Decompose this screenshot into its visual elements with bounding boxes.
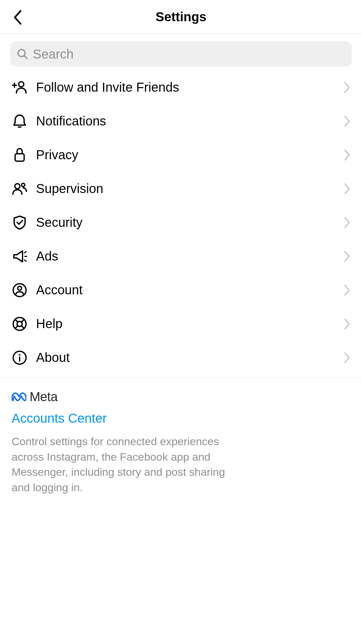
- row-supervision[interactable]: Supervision: [12, 172, 350, 206]
- page-title: Settings: [156, 10, 207, 24]
- row-ads[interactable]: Ads: [12, 239, 350, 273]
- row-label: Notifications: [36, 114, 344, 128]
- row-notifications[interactable]: Notifications: [12, 104, 350, 138]
- back-button[interactable]: [8, 8, 27, 27]
- shield-check-icon: [12, 215, 36, 231]
- meta-logo-icon: [12, 392, 26, 402]
- meta-brand: Meta: [12, 390, 350, 404]
- chevron-right-icon: [344, 284, 350, 296]
- row-label: Follow and Invite Friends: [36, 80, 344, 95]
- search-container: [0, 34, 362, 70]
- svg-line-9: [24, 252, 26, 253]
- svg-point-21: [19, 354, 21, 355]
- search-field[interactable]: [10, 41, 352, 67]
- svg-line-11: [24, 260, 26, 261]
- row-label: Supervision: [36, 181, 344, 196]
- row-about[interactable]: About: [12, 341, 350, 374]
- svg-point-8: [22, 183, 25, 187]
- megaphone-icon: [12, 248, 36, 264]
- chevron-right-icon: [344, 82, 350, 93]
- svg-line-1: [24, 56, 27, 59]
- svg-line-17: [22, 319, 24, 322]
- info-icon: [12, 350, 36, 366]
- row-privacy[interactable]: Privacy: [12, 138, 350, 172]
- row-label: Security: [36, 215, 344, 230]
- row-label: About: [36, 350, 344, 365]
- chevron-right-icon: [344, 352, 350, 363]
- chevron-right-icon: [344, 115, 350, 127]
- footer: Meta Accounts Center Control settings fo…: [0, 378, 362, 508]
- lifebuoy-icon: [12, 316, 36, 332]
- accounts-center-link[interactable]: Accounts Center: [12, 411, 350, 426]
- chevron-right-icon: [344, 183, 350, 195]
- add-user-icon: [12, 79, 36, 96]
- row-account[interactable]: Account: [12, 273, 350, 307]
- row-follow-invite[interactable]: Follow and Invite Friends: [12, 70, 350, 104]
- row-help[interactable]: Help: [12, 307, 350, 341]
- svg-line-16: [15, 319, 18, 322]
- header: Settings: [0, 0, 362, 34]
- row-label: Account: [36, 283, 344, 297]
- row-label: Ads: [36, 249, 344, 263]
- svg-line-18: [22, 326, 24, 329]
- people-icon: [12, 181, 36, 197]
- user-circle-icon: [12, 282, 36, 298]
- chevron-right-icon: [344, 251, 350, 262]
- accounts-center-description: Control settings for connected experienc…: [12, 434, 237, 495]
- bell-icon: [12, 113, 36, 129]
- svg-point-7: [15, 184, 20, 189]
- chevron-right-icon: [344, 318, 350, 330]
- svg-point-13: [18, 286, 22, 290]
- search-icon: [17, 48, 28, 60]
- search-input[interactable]: [33, 47, 345, 61]
- svg-line-19: [15, 326, 18, 329]
- svg-point-0: [18, 50, 25, 57]
- svg-rect-6: [15, 154, 24, 161]
- svg-point-2: [19, 82, 24, 87]
- settings-list: Follow and Invite Friends Notifications …: [0, 70, 362, 374]
- row-label: Privacy: [36, 148, 344, 162]
- lock-icon: [12, 147, 36, 163]
- svg-point-15: [17, 321, 22, 327]
- chevron-right-icon: [344, 149, 350, 161]
- row-security[interactable]: Security: [12, 206, 350, 239]
- row-label: Help: [36, 317, 344, 331]
- meta-brand-text: Meta: [30, 390, 58, 404]
- chevron-left-icon: [13, 10, 22, 25]
- chevron-right-icon: [344, 217, 350, 228]
